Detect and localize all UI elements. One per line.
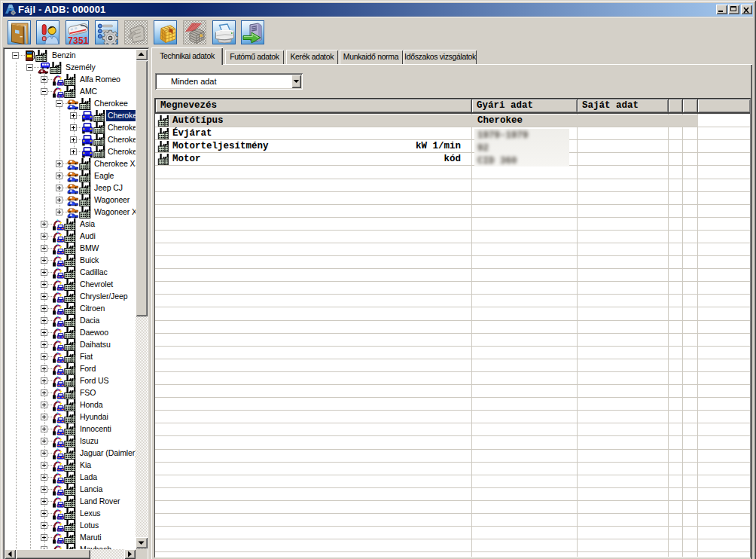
svg-text:7351: 7351 bbox=[68, 35, 89, 45]
